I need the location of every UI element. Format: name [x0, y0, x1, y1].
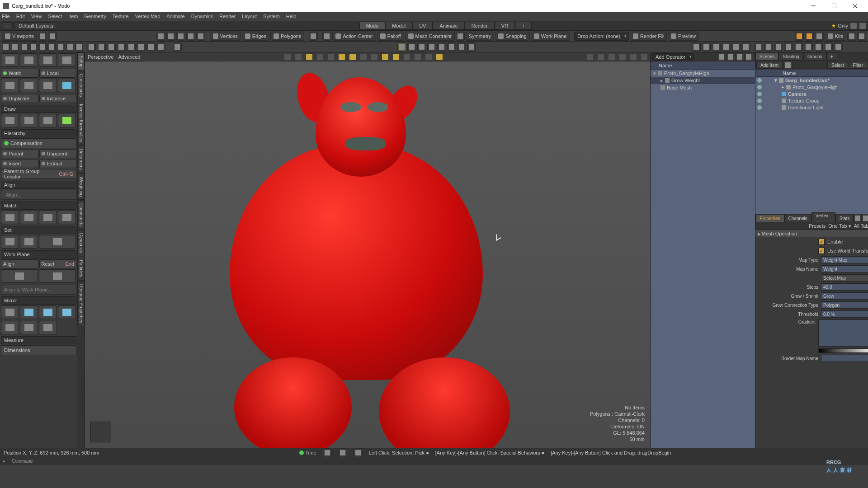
disp-4-icon[interactable]	[722, 42, 731, 52]
tool-2-icon[interactable]	[11, 42, 19, 52]
menu-file[interactable]: File	[2, 14, 10, 19]
extract-button[interactable]: Extract	[39, 159, 77, 168]
layout-tab-animate[interactable]: Animate	[433, 22, 464, 30]
viewport-shading-dropdown[interactable]: Advanced	[118, 54, 140, 60]
border-input[interactable]	[821, 355, 868, 362]
compensation-button[interactable]: Compensation	[1, 138, 76, 148]
gradient-editor[interactable]	[818, 319, 868, 347]
prim-4[interactable]	[58, 79, 76, 92]
add-operator-dropdown[interactable]: Add Operator	[652, 53, 694, 61]
use-world-checkbox[interactable]	[818, 248, 825, 254]
draw-1[interactable]	[1, 114, 19, 127]
menu-render[interactable]: Render	[219, 14, 236, 19]
vp-orbit-icon[interactable]	[598, 54, 604, 60]
menu-layout[interactable]: Layout	[242, 14, 257, 19]
op-row-0[interactable]: ▾Proto_GargoyleHigh	[651, 70, 755, 77]
match-3[interactable]	[39, 211, 57, 224]
presets-label[interactable]: Presets	[809, 223, 826, 229]
draw-3[interactable]	[39, 114, 57, 127]
mirror-4[interactable]	[58, 305, 76, 319]
maximize-button[interactable]	[824, 0, 844, 12]
kits-button[interactable]: Kits	[825, 32, 846, 41]
tab-scenes[interactable]: Scenes	[755, 53, 778, 61]
toggle-7-icon[interactable]	[457, 42, 466, 52]
tool-9-icon[interactable]	[75, 42, 83, 52]
vp-max-icon[interactable]	[619, 54, 626, 60]
tab-add[interactable]: +	[826, 53, 837, 61]
draw-4[interactable]	[58, 114, 76, 127]
set-2[interactable]	[20, 235, 38, 249]
vp-opt-2-icon[interactable]	[295, 54, 302, 60]
steps-input[interactable]: 40.0	[821, 283, 868, 291]
match-1[interactable]	[1, 211, 19, 224]
mirror-2[interactable]	[20, 305, 38, 319]
transform-tool[interactable]	[58, 53, 76, 67]
sel-mode-1-icon[interactable]	[156, 32, 165, 41]
tool-3-icon[interactable]	[20, 42, 28, 52]
viewport-split-a-icon[interactable]	[38, 32, 47, 41]
xform-1-icon[interactable]	[87, 42, 96, 52]
palette-c-icon[interactable]	[815, 32, 824, 41]
rtool-6-icon[interactable]	[804, 42, 813, 52]
menu-help[interactable]: Help	[286, 14, 297, 19]
align-to-wp-button[interactable]: Align to Work Plane...	[1, 285, 76, 295]
close-button[interactable]	[844, 0, 865, 12]
vt-commands[interactable]: Commands	[77, 200, 85, 230]
tool-8-icon[interactable]	[66, 42, 74, 52]
set-1[interactable]	[1, 235, 19, 249]
rtool-1-icon[interactable]	[754, 42, 763, 52]
op-hdr-c-icon[interactable]	[735, 52, 744, 61]
prim-1[interactable]	[1, 79, 19, 92]
vt-rename[interactable]: Rename Properties	[77, 281, 85, 326]
menu-dynamics[interactable]: Dynamics	[191, 14, 213, 19]
mirror-6[interactable]	[20, 321, 38, 334]
op-hdr-d-icon[interactable]	[744, 52, 753, 61]
disp-5-icon[interactable]	[731, 42, 741, 52]
drop-action-dropdown[interactable]: Drop Action: (none)	[574, 32, 629, 41]
menu-item[interactable]: Item	[68, 14, 78, 19]
mesh-constraint-button[interactable]: Mesh Constraint	[405, 32, 455, 41]
default-layouts-button[interactable]: Default Layouts	[14, 22, 57, 29]
instance-button[interactable]: Instance	[39, 94, 77, 103]
grow-dropdown[interactable]: Grow	[821, 292, 868, 300]
vt-setup[interactable]: Setup	[77, 52, 85, 70]
local-toggle[interactable]: Local	[39, 69, 77, 78]
disp-3-icon[interactable]	[712, 42, 721, 52]
maptype-dropdown[interactable]: Weight Map	[821, 256, 868, 263]
preview-button[interactable]: Preview	[668, 32, 699, 41]
sel-mode-3-icon[interactable]	[176, 32, 185, 41]
edges-button[interactable]: Edges	[242, 32, 269, 41]
vp-opt-4-icon[interactable]	[317, 54, 323, 60]
toggle-2-icon[interactable]	[407, 42, 416, 52]
vp-opt-8-icon[interactable]	[360, 54, 367, 60]
tab-shading[interactable]: Shading	[778, 53, 803, 61]
align-button[interactable]: Align...	[1, 190, 76, 200]
vp-opt-1-icon[interactable]	[284, 54, 291, 60]
rtool-5-icon[interactable]	[794, 42, 803, 52]
tab-properties[interactable]: Properties	[755, 215, 784, 222]
vp-opt-6-icon[interactable]	[339, 54, 345, 60]
disp-2-icon[interactable]	[702, 42, 711, 52]
vertices-button[interactable]: Vertices	[210, 32, 241, 41]
threshold-input[interactable]: 0.0 %	[821, 310, 868, 318]
menu-texture[interactable]: Texture	[113, 14, 129, 19]
menu-system[interactable]: System	[263, 14, 280, 19]
layout-tab-model[interactable]: Model	[385, 22, 412, 30]
visibility-icon[interactable]	[757, 105, 762, 110]
mirror-7[interactable]	[39, 321, 57, 334]
match-4[interactable]	[58, 211, 76, 224]
sel-mode-2-icon[interactable]	[166, 32, 175, 41]
time-opt-2-icon[interactable]	[338, 448, 347, 457]
palette-a-icon[interactable]	[795, 32, 804, 41]
viewport-3d[interactable]: No Items Polygons : Catmull-Clark Channe…	[85, 61, 650, 448]
op-row-1[interactable]: ▸Grow Weight	[651, 77, 755, 84]
rtool-4-icon[interactable]	[784, 42, 793, 52]
insert-button[interactable]: Insert	[1, 159, 38, 168]
layout-tab-add[interactable]: +	[515, 22, 531, 30]
gct-dropdown[interactable]: Polygon	[821, 301, 868, 309]
favorite-icon[interactable]: ★	[831, 23, 836, 29]
falloff-button[interactable]: Falloff	[377, 32, 404, 41]
time-indicator[interactable]: Time	[299, 450, 316, 455]
menu-vertexmap[interactable]: Vertex Map	[135, 14, 160, 19]
vt-deformers[interactable]: Deformers	[77, 145, 85, 173]
